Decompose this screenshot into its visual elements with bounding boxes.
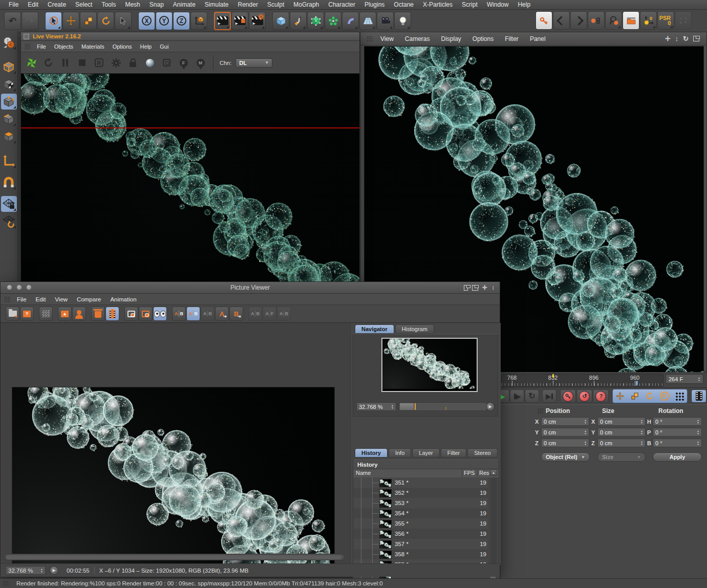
- menubar-item[interactable]: Simulate: [200, 1, 233, 8]
- open-button[interactable]: ➔: [6, 307, 19, 321]
- rotation-field[interactable]: 0 °▲▼: [653, 417, 702, 426]
- drag-grip-icon[interactable]: [367, 36, 373, 42]
- timeline-playhead[interactable]: [552, 374, 554, 378]
- viewport-menu-item[interactable]: Cameras: [399, 35, 436, 42]
- channel-dropdown[interactable]: DL ▼: [235, 58, 272, 68]
- panel-tab[interactable]: Info: [389, 448, 411, 458]
- picture-viewer-menu-item[interactable]: Edit: [31, 296, 51, 302]
- snap-button[interactable]: [1, 175, 17, 190]
- set-as-a-button[interactable]: A➔: [215, 307, 229, 321]
- size-field[interactable]: 0 cm▲▼: [597, 417, 646, 426]
- menubar-item[interactable]: Sculpt: [263, 1, 289, 8]
- render-settings-button[interactable]: [110, 56, 122, 69]
- render-view-button[interactable]: [214, 12, 231, 30]
- panel-tab[interactable]: Layer: [412, 448, 440, 458]
- timeline-ruler[interactable]: 768832896960: [501, 374, 663, 387]
- ab-split-button[interactable]: AB: [186, 307, 200, 321]
- workplane-mode-button[interactable]: [1, 213, 17, 229]
- history-row[interactable]: 358 * 19: [354, 549, 488, 559]
- last-tool-button[interactable]: [115, 12, 132, 30]
- texture-mode-button[interactable]: [1, 76, 17, 92]
- keyframe-selection-button[interactable]: ?: [593, 389, 609, 403]
- find-object-button[interactable]: [605, 11, 622, 30]
- reset-axis-button[interactable]: 0: [640, 11, 657, 30]
- viewport-rotate-icon[interactable]: ↻: [683, 35, 689, 42]
- z-axis-lock-button[interactable]: Z: [173, 12, 190, 30]
- scale-tool-button[interactable]: [80, 12, 97, 30]
- zoom-window-button[interactable]: [26, 285, 32, 290]
- x-axis-lock-button[interactable]: X: [138, 12, 155, 30]
- spline-pen-button[interactable]: [290, 12, 307, 30]
- live-viewer-menu-item[interactable]: Gui: [156, 43, 173, 50]
- floor-object-button[interactable]: [359, 12, 376, 30]
- drag-grip-icon[interactable]: [4, 296, 10, 302]
- stepper-icon[interactable]: ▲▼: [391, 404, 394, 409]
- menubar-item[interactable]: Mesh: [120, 1, 144, 8]
- ab-link-button[interactable]: AB: [248, 307, 262, 321]
- size-mode-dropdown[interactable]: Size ▼: [597, 452, 646, 462]
- deformer-button[interactable]: [342, 12, 359, 30]
- stepper-icon[interactable]: ▲▼: [697, 430, 699, 434]
- polygon-mode-button[interactable]: [1, 128, 17, 144]
- make-editable-button[interactable]: [1, 34, 17, 50]
- menubar-item[interactable]: MoGraph: [289, 1, 324, 8]
- zoom-slider[interactable]: [399, 402, 487, 411]
- viewport-menu-item[interactable]: View: [375, 35, 399, 42]
- y-axis-lock-button[interactable]: Y: [156, 12, 173, 30]
- close-window-button[interactable]: [7, 285, 12, 290]
- history-row[interactable]: 357 * 19: [354, 539, 488, 549]
- drag-grip-icon[interactable]: [25, 43, 31, 50]
- drag-grip-icon[interactable]: [3, 580, 9, 586]
- picture-in-picture-button[interactable]: [160, 56, 173, 69]
- size-field[interactable]: 0 cm▲▼: [597, 439, 646, 447]
- compare-frame-a-button[interactable]: [124, 307, 138, 321]
- panel-tab[interactable]: Stereo: [467, 448, 497, 458]
- picture-viewer-menu-item[interactable]: Compare: [72, 296, 105, 302]
- focus-pick-button[interactable]: F: [177, 56, 190, 69]
- render-to-picture-viewer-button[interactable]: [231, 12, 248, 30]
- redo-button[interactable]: ↷: [22, 12, 38, 30]
- history-row[interactable]: 354 * 19: [354, 508, 488, 518]
- minimize-window-button[interactable]: [16, 285, 22, 290]
- menubar-item[interactable]: Edit: [23, 1, 43, 8]
- autokeying-button[interactable]: ↺: [576, 389, 592, 403]
- live-viewer-menu-item[interactable]: Materials: [77, 43, 109, 50]
- position-field[interactable]: 0 cm▲▼: [541, 417, 589, 426]
- picture-viewer-menu-item[interactable]: Animation: [105, 296, 141, 302]
- arrange-hierarchy-button[interactable]: ▲▲▲▼: [675, 11, 692, 30]
- history-row[interactable]: 352 * 19: [354, 488, 488, 498]
- live-viewer-titlebar[interactable]: Live Viewer 2.16.2: [21, 32, 359, 41]
- history-row[interactable]: 353 * 19: [354, 498, 488, 508]
- camera-object-button[interactable]: [377, 12, 394, 30]
- zoom-field[interactable]: 32.768 % ▲▼: [356, 402, 396, 411]
- menubar-item[interactable]: Animate: [168, 1, 200, 8]
- history-row[interactable]: 351 * 19: [354, 477, 488, 488]
- render-settings-button[interactable]: [249, 12, 266, 30]
- material-preview-button[interactable]: [143, 56, 156, 69]
- previous-button[interactable]: [553, 11, 570, 30]
- record-keyframe-button[interactable]: [560, 389, 576, 403]
- ab-swap-button[interactable]: AF: [263, 307, 276, 321]
- menubar-item[interactable]: Render: [233, 1, 263, 8]
- stepper-icon[interactable]: ▲▼: [640, 441, 643, 445]
- current-frame-field[interactable]: 264 F ▲▼: [666, 374, 703, 384]
- material-pick-button[interactable]: M: [194, 56, 207, 69]
- viewport-move-icon[interactable]: ✛: [665, 35, 671, 42]
- new-key-window-button[interactable]: [535, 11, 552, 30]
- loop-playback-button[interactable]: ↻: [525, 389, 539, 403]
- navigator-tab[interactable]: Histogram: [395, 324, 434, 334]
- compare-frame-b-button[interactable]: [139, 307, 153, 321]
- points-mode-button[interactable]: [1, 94, 17, 110]
- viewport-zoom-icon[interactable]: ↕: [675, 35, 679, 42]
- compare-both-button[interactable]: [153, 307, 167, 321]
- history-row[interactable]: 356 * 19: [354, 529, 488, 539]
- zoom-options-button[interactable]: ▶: [486, 402, 495, 411]
- navigator-preview[interactable]: [381, 338, 478, 392]
- undo-button[interactable]: ↶: [4, 12, 21, 30]
- viewport-menu-item[interactable]: Display: [435, 35, 466, 42]
- convert-image-button[interactable]: [39, 307, 53, 321]
- size-field[interactable]: 0 cm▲▼: [597, 428, 646, 437]
- record-parameter-toggle[interactable]: P: [657, 389, 672, 403]
- stepper-icon[interactable]: ▲▼: [584, 441, 587, 445]
- rotation-field[interactable]: 0 °▲▼: [653, 439, 702, 447]
